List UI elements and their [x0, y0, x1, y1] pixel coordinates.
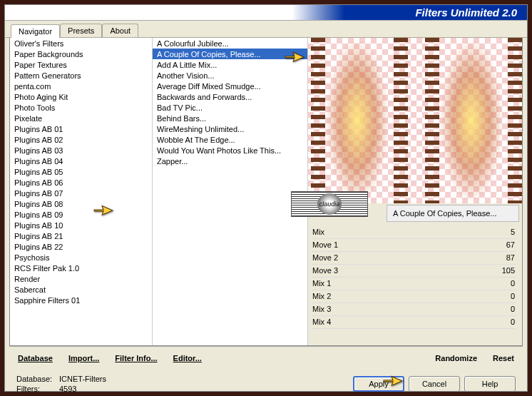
- category-item[interactable]: Plugins AB 03: [10, 145, 152, 156]
- param-label: Mix 2: [312, 291, 331, 302]
- category-item[interactable]: Psychosis: [10, 252, 152, 263]
- filter-item[interactable]: Bad TV Pic...: [153, 102, 307, 113]
- param-row[interactable]: Mix5: [311, 226, 516, 239]
- filter-item[interactable]: Add A Little Mix...: [153, 59, 307, 70]
- randomize-button[interactable]: Randomize: [434, 351, 479, 365]
- link-button-bar: Database Import... Filter Info... Editor…: [9, 346, 523, 370]
- category-item[interactable]: Plugins AB 02: [10, 134, 152, 145]
- param-value: 67: [506, 240, 515, 250]
- category-item[interactable]: Plugins AB 10: [10, 220, 152, 230]
- filter-info-button[interactable]: Filter Info...: [113, 351, 158, 365]
- category-item[interactable]: Plugins AB 07: [10, 188, 152, 198]
- category-item[interactable]: Plugins AB 22: [10, 241, 152, 252]
- tab-about[interactable]: About: [102, 24, 138, 37]
- category-item[interactable]: Oliver's Filters: [10, 38, 152, 49]
- category-item[interactable]: Plugins AB 05: [10, 166, 152, 177]
- category-item[interactable]: penta.com: [10, 81, 152, 91]
- tab-presets[interactable]: Presets: [60, 24, 102, 37]
- filter-item[interactable]: Wobble At The Edge...: [153, 134, 307, 145]
- param-value: 0: [511, 291, 515, 302]
- filter-item[interactable]: Average Diff Mixed Smudge...: [153, 81, 307, 91]
- tab-strip: NavigatorPresetsAbout: [5, 21, 527, 38]
- param-label: Mix: [312, 227, 324, 238]
- category-item[interactable]: Paper Backgrounds: [10, 49, 152, 59]
- filter-item[interactable]: Would You Want Photos Like This...: [153, 145, 307, 156]
- param-row[interactable]: Mix 20: [311, 290, 516, 303]
- param-label: Mix 4: [312, 317, 331, 328]
- param-label: Mix 3: [312, 304, 331, 315]
- import-button[interactable]: Import...: [67, 351, 101, 365]
- parameter-list[interactable]: Mix5Move 167Move 287Move 3105Mix 10Mix 2…: [308, 225, 522, 345]
- category-item[interactable]: Plugins AB 08: [10, 198, 152, 209]
- main-content: Oliver's FiltersPaper BackgroundsPaper T…: [9, 38, 523, 346]
- filter-list[interactable]: A Colourful Jubilee...A Couple Of Copies…: [153, 38, 308, 345]
- filter-item[interactable]: A Colourful Jubilee...: [153, 38, 307, 49]
- cancel-button[interactable]: Cancel: [409, 376, 460, 392]
- status-info: Database:ICNET-Filters Filters:4593: [16, 374, 349, 394]
- footer: Database:ICNET-Filters Filters:4593 Appl…: [9, 370, 523, 396]
- param-row[interactable]: Move 287: [311, 252, 516, 265]
- param-value: 0: [511, 304, 515, 315]
- category-item[interactable]: Sabercat: [10, 284, 152, 295]
- category-item[interactable]: Plugins AB 06: [10, 177, 152, 188]
- filter-item[interactable]: Behind Bars...: [153, 113, 307, 123]
- filter-item[interactable]: Zapper...: [153, 156, 307, 166]
- filter-item[interactable]: Backwards and Forwards...: [153, 91, 307, 102]
- param-value: 87: [506, 253, 515, 263]
- param-row[interactable]: Move 3105: [311, 265, 516, 278]
- apply-button[interactable]: Apply: [353, 376, 404, 392]
- param-row[interactable]: Move 167: [311, 239, 516, 252]
- param-label: Move 2: [312, 253, 338, 263]
- category-item[interactable]: Plugins AB 21: [10, 230, 152, 241]
- database-button[interactable]: Database: [16, 351, 54, 365]
- category-list[interactable]: Oliver's FiltersPaper BackgroundsPaper T…: [10, 38, 153, 345]
- category-item[interactable]: Photo Tools: [10, 102, 152, 113]
- category-item[interactable]: Plugins AB 04: [10, 156, 152, 166]
- category-item[interactable]: RCS Filter Pak 1.0: [10, 263, 152, 273]
- title-bar: Filters Unlimited 2.0: [5, 5, 527, 21]
- filter-item[interactable]: A Couple Of Copies, Please...: [153, 49, 307, 59]
- param-row[interactable]: Mix 40: [311, 316, 516, 329]
- dialog-window: Filters Unlimited 2.0 NavigatorPresetsAb…: [4, 4, 528, 392]
- category-item[interactable]: Render: [10, 273, 152, 284]
- filter-item[interactable]: Another Vision...: [153, 70, 307, 81]
- param-row[interactable]: Mix 30: [311, 303, 516, 316]
- param-value: 5: [511, 227, 515, 238]
- category-item[interactable]: Pixelate: [10, 113, 152, 123]
- param-value: 105: [502, 265, 515, 276]
- param-label: Move 3: [312, 265, 338, 276]
- editor-button[interactable]: Editor...: [172, 351, 203, 365]
- param-value: 0: [511, 317, 515, 328]
- category-item[interactable]: Plugins AB 09: [10, 209, 152, 220]
- category-item[interactable]: Pattern Generators: [10, 70, 152, 81]
- param-value: 0: [511, 278, 515, 289]
- tab-navigator[interactable]: Navigator: [11, 24, 60, 38]
- param-row[interactable]: Mix 10: [311, 278, 516, 290]
- category-item[interactable]: Sapphire Filters 01: [10, 295, 152, 305]
- param-label: Mix 1: [312, 278, 331, 289]
- category-item[interactable]: Plugins AB 01: [10, 123, 152, 134]
- category-item[interactable]: Paper Textures: [10, 59, 152, 70]
- selected-filter-label: A Couple Of Copies, Please...: [387, 205, 519, 222]
- param-label: Move 1: [312, 240, 338, 250]
- preview-image: [308, 38, 522, 203]
- filter-item[interactable]: WireMeshing Unlimited...: [153, 123, 307, 134]
- help-button[interactable]: Help: [464, 376, 516, 392]
- app-title: Filters Unlimited 2.0: [415, 6, 517, 19]
- category-item[interactable]: Photo Aging Kit: [10, 91, 152, 102]
- reset-button[interactable]: Reset: [491, 351, 516, 365]
- watermark-logo: claudia: [291, 191, 368, 217]
